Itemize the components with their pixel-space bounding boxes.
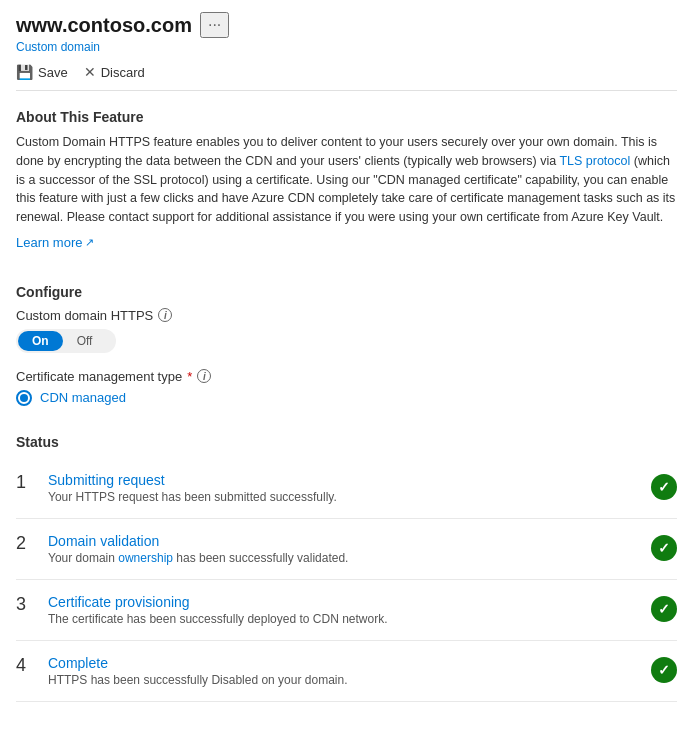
save-label: Save <box>38 65 68 80</box>
check-circle-2: ✓ <box>651 535 677 561</box>
status-icon-4: ✓ <box>651 657 677 683</box>
status-item-2: 2 Domain validation Your domain ownershi… <box>16 519 677 580</box>
radio-circle <box>16 390 32 406</box>
status-number-4: 4 <box>16 655 40 677</box>
learn-more-text: Learn more <box>16 235 82 250</box>
save-button[interactable]: 💾 Save <box>16 64 68 80</box>
breadcrumb[interactable]: Custom domain <box>16 40 677 54</box>
toggle-off-option[interactable]: Off <box>63 331 107 351</box>
discard-icon: ✕ <box>84 64 96 80</box>
page-title: www.contoso.com <box>16 14 192 37</box>
status-item-1: 1 Submitting request Your HTTPS request … <box>16 458 677 519</box>
cert-field-label: Certificate management type * i <box>16 369 677 384</box>
status-icon-3: ✓ <box>651 596 677 622</box>
ellipsis-button[interactable]: ··· <box>200 12 229 38</box>
status-icon-1: ✓ <box>651 474 677 500</box>
check-circle-4: ✓ <box>651 657 677 683</box>
discard-label: Discard <box>101 65 145 80</box>
status-section-title: Status <box>16 434 677 450</box>
https-info-icon[interactable]: i <box>158 308 172 322</box>
status-number-2: 2 <box>16 533 40 555</box>
configure-section: Configure Custom domain HTTPS i On Off C… <box>16 284 677 406</box>
status-title-1: Submitting request <box>48 472 643 488</box>
ownership-link[interactable]: ownership <box>118 551 173 565</box>
discard-button[interactable]: ✕ Discard <box>84 64 145 80</box>
https-field-label: Custom domain HTTPS i <box>16 308 677 323</box>
status-content-1: Submitting request Your HTTPS request ha… <box>48 472 643 504</box>
status-desc-1: Your HTTPS request has been submitted su… <box>48 490 643 504</box>
save-icon: 💾 <box>16 64 33 80</box>
status-desc-3: The certificate has been successfully de… <box>48 612 643 626</box>
status-number-1: 1 <box>16 472 40 494</box>
configure-section-title: Configure <box>16 284 677 300</box>
cdn-managed-option[interactable]: CDN managed <box>16 390 677 406</box>
status-number-3: 3 <box>16 594 40 616</box>
check-mark-1: ✓ <box>658 480 670 494</box>
cert-info-icon[interactable]: i <box>197 369 211 383</box>
required-indicator: * <box>187 369 192 384</box>
radio-inner <box>20 394 28 402</box>
status-content-4: Complete HTTPS has been successfully Dis… <box>48 655 643 687</box>
toolbar: 💾 Save ✕ Discard <box>16 64 677 91</box>
status-content-3: Certificate provisioning The certificate… <box>48 594 643 626</box>
external-link-icon: ↗ <box>85 236 94 249</box>
about-section-title: About This Feature <box>16 109 677 125</box>
learn-more-link[interactable]: Learn more ↗ <box>16 235 94 250</box>
status-title-4: Complete <box>48 655 643 671</box>
status-item-4: 4 Complete HTTPS has been successfully D… <box>16 641 677 702</box>
cert-label-text: Certificate management type <box>16 369 182 384</box>
cdn-managed-label: CDN managed <box>40 390 126 405</box>
cert-section: Certificate management type * i CDN mana… <box>16 369 677 406</box>
check-circle-3: ✓ <box>651 596 677 622</box>
https-label-text: Custom domain HTTPS <box>16 308 153 323</box>
check-circle-1: ✓ <box>651 474 677 500</box>
check-mark-4: ✓ <box>658 663 670 677</box>
status-item-3: 3 Certificate provisioning The certifica… <box>16 580 677 641</box>
status-title-3: Certificate provisioning <box>48 594 643 610</box>
about-description: Custom Domain HTTPS feature enables you … <box>16 133 677 227</box>
status-section: Status 1 Submitting request Your HTTPS r… <box>16 434 677 702</box>
status-content-2: Domain validation Your domain ownership … <box>48 533 643 565</box>
status-desc-4: HTTPS has been successfully Disabled on … <box>48 673 643 687</box>
tls-link[interactable]: TLS protocol <box>559 154 630 168</box>
check-mark-3: ✓ <box>658 602 670 616</box>
status-desc-2: Your domain ownership has been successfu… <box>48 551 643 565</box>
status-title-2: Domain validation <box>48 533 643 549</box>
status-icon-2: ✓ <box>651 535 677 561</box>
https-toggle[interactable]: On Off <box>16 329 116 353</box>
check-mark-2: ✓ <box>658 541 670 555</box>
toggle-on-option[interactable]: On <box>18 331 63 351</box>
